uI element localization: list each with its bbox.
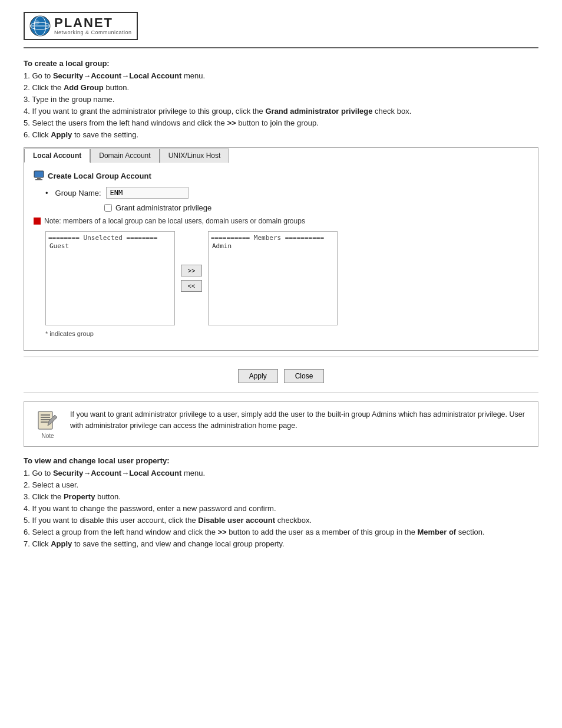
step-3: 3. Type in the group name.: [24, 95, 538, 104]
apply-button[interactable]: Apply: [238, 369, 278, 383]
logo-box: PLANET Networking & Communication: [24, 12, 138, 40]
s2-step-5: 5. If you want to disable this user acco…: [24, 516, 538, 525]
bottom-divider-2: [24, 393, 538, 393]
lists-area: ======== Unselected ======== Guest >> <<…: [45, 231, 528, 325]
note-members-row: Note: members of a local group can be lo…: [34, 217, 528, 225]
members-item-admin[interactable]: Admin: [211, 242, 335, 251]
tab-domain-account[interactable]: Domain Account: [90, 149, 159, 163]
unselected-header: ======== Unselected ========: [48, 234, 172, 242]
members-list[interactable]: ========== Members ========== Admin: [208, 231, 338, 325]
bottom-divider: [24, 357, 538, 357]
section1-steps: 1. Go to Security→Account→Local Account …: [24, 71, 538, 139]
top-divider: [24, 47, 538, 48]
note-square-icon: [34, 218, 41, 225]
s2-step-3: 3. Click the Property button.: [24, 492, 538, 501]
step-6: 6. Click Apply to save the setting.: [24, 130, 538, 139]
indicates-label: * indicates group: [45, 330, 94, 337]
step-4: 4. If you want to grant the administrato…: [24, 107, 538, 116]
note-box: Note If you want to grant administrator …: [24, 401, 538, 447]
section2-steps: 1. Go to Security→Account→Local Account …: [24, 469, 538, 548]
step-1: 1. Go to Security→Account→Local Account …: [24, 71, 538, 80]
svg-rect-7: [35, 179, 42, 180]
create-group-title: Create Local Group Account: [48, 172, 151, 180]
bullet: •: [45, 189, 48, 197]
s2-step-6: 6. Select a group from the left hand win…: [24, 528, 538, 536]
tab-unix-linux-host[interactable]: UNIX/Linux Host: [160, 149, 230, 163]
move-right-button[interactable]: >>: [181, 265, 202, 276]
unselected-list[interactable]: ======== Unselected ======== Guest: [45, 231, 175, 325]
group-name-label: Group Name:: [55, 189, 101, 197]
members-header: ========== Members ==========: [211, 234, 335, 242]
grant-admin-label: Grant administrator privilege: [115, 203, 211, 212]
svg-rect-6: [37, 178, 41, 179]
step-5: 5. Select the users from the left hand w…: [24, 118, 538, 127]
grant-admin-checkbox[interactable]: [104, 204, 112, 212]
logo-area: PLANET Networking & Communication: [24, 12, 538, 40]
create-group-icon: [34, 170, 44, 181]
s2-step-4: 4. If you want to change the password, e…: [24, 504, 538, 513]
s2-step-7: 7. Click Apply to save the setting, and …: [24, 539, 538, 548]
unselected-item-guest[interactable]: Guest: [48, 242, 172, 251]
close-button[interactable]: Close: [284, 369, 325, 383]
logo-text: PLANET Networking & Communication: [54, 16, 132, 36]
note-icon-area: Note: [32, 409, 63, 439]
section1-heading: To create a local group:: [24, 59, 538, 68]
tab-panel: Local Account Domain Account UNIX/Linux …: [24, 147, 538, 351]
tab-local-account[interactable]: Local Account: [24, 149, 90, 163]
section2-heading: To view and change local user property:: [24, 456, 538, 465]
arrows-col: >> <<: [181, 265, 202, 292]
note-icon: [36, 409, 59, 433]
globe-icon: [29, 15, 51, 37]
create-group-header: Create Local Group Account: [34, 170, 528, 181]
tabs: Local Account Domain Account UNIX/Linux …: [24, 148, 538, 162]
note-label: Note: [41, 433, 54, 439]
note-box-text: If you want to grant administrator privi…: [70, 409, 530, 431]
move-left-button[interactable]: <<: [181, 280, 202, 292]
group-name-input[interactable]: [106, 187, 189, 199]
apply-close-row: Apply Close: [24, 363, 538, 387]
grant-admin-row: Grant administrator privilege: [104, 203, 528, 212]
planet-label: PLANET: [54, 16, 132, 30]
svg-rect-5: [34, 171, 44, 177]
step-2: 2. Click the Add Group button.: [24, 83, 538, 92]
s2-step-2: 2. Select a user.: [24, 480, 538, 489]
tab-content: Create Local Group Account • Group Name:…: [24, 162, 538, 350]
svg-point-4: [34, 20, 39, 25]
note-members-text: Note: members of a local group can be lo…: [44, 217, 305, 225]
logo-sub-label: Networking & Communication: [54, 30, 132, 36]
indicates-row: * indicates group: [45, 330, 528, 337]
group-name-row: • Group Name:: [34, 187, 528, 199]
s2-step-1: 1. Go to Security→Account→Local Account …: [24, 469, 538, 477]
